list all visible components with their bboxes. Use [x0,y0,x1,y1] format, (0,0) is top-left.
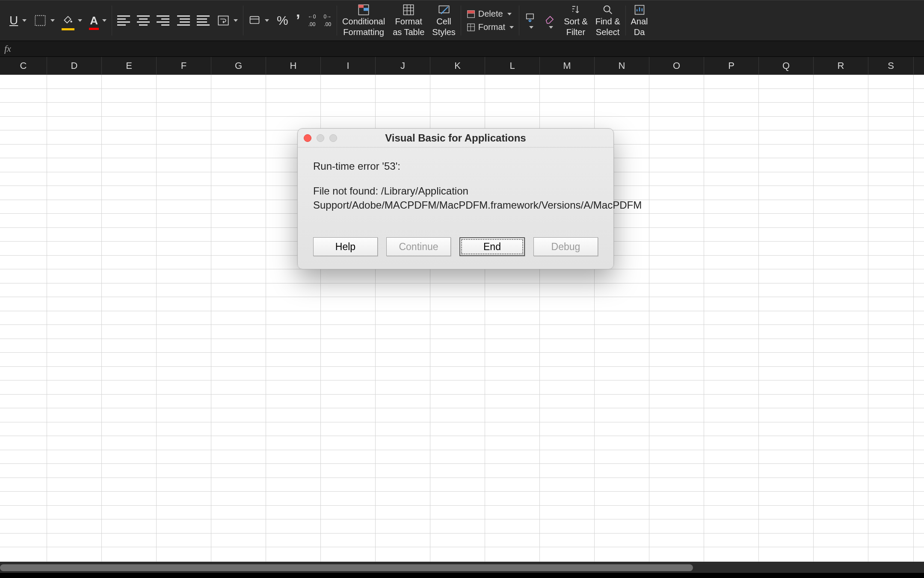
cell[interactable] [266,408,321,422]
borders-button[interactable] [34,15,55,27]
cell[interactable] [321,353,376,366]
cell[interactable] [814,506,868,519]
cell[interactable] [0,325,47,339]
cell[interactable] [704,130,759,144]
cell[interactable] [321,395,376,408]
cell[interactable] [0,89,47,103]
cell[interactable] [814,297,868,311]
cell[interactable] [266,547,321,561]
cell[interactable] [814,353,868,366]
increase-indent-button[interactable] [197,15,210,26]
cell[interactable] [157,200,211,214]
cell[interactable] [376,353,430,366]
increase-decimal-button[interactable]: ←0 .00 [308,14,316,27]
cell-styles-button[interactable]: Cell Styles [432,4,455,37]
cell[interactable] [649,367,704,380]
cell[interactable] [759,172,814,186]
cell[interactable] [814,200,868,214]
cell[interactable] [814,492,868,505]
cell[interactable] [868,534,914,547]
cell[interactable] [868,492,914,505]
cell[interactable] [47,158,102,172]
cell[interactable] [704,436,759,450]
cell[interactable] [0,395,47,408]
cell[interactable] [0,242,47,255]
cell[interactable] [376,534,430,547]
cell[interactable] [47,242,102,255]
cell[interactable] [157,242,211,255]
cell[interactable] [759,380,814,394]
cell[interactable] [649,75,704,88]
cell[interactable] [649,464,704,478]
dialog-titlebar[interactable]: Visual Basic for Applications [298,129,613,147]
cell[interactable] [157,325,211,339]
cell[interactable] [47,367,102,380]
cell[interactable] [211,436,266,450]
cell[interactable] [868,436,914,450]
cell[interactable] [649,269,704,283]
cell[interactable] [266,506,321,519]
comma-button[interactable]: ’ [296,12,300,29]
cell[interactable] [540,89,595,103]
cell[interactable] [485,75,540,88]
cell[interactable] [321,534,376,547]
cell[interactable] [47,214,102,227]
cell[interactable] [430,506,485,519]
cell[interactable] [211,422,266,436]
cell[interactable] [157,75,211,88]
cell[interactable] [157,130,211,144]
column-header-O[interactable]: O [649,57,704,74]
cell[interactable] [0,464,47,478]
cell[interactable] [704,117,759,130]
cell[interactable] [266,311,321,325]
cell[interactable] [266,436,321,450]
cell[interactable] [0,380,47,394]
cell[interactable] [102,200,157,214]
cell[interactable] [485,408,540,422]
cell[interactable] [868,422,914,436]
cell[interactable] [649,89,704,103]
cell[interactable] [430,395,485,408]
cell[interactable] [47,311,102,325]
cell[interactable] [211,242,266,255]
cell[interactable] [102,130,157,144]
cell[interactable] [211,269,266,283]
cell[interactable] [759,395,814,408]
cell[interactable] [704,367,759,380]
cell[interactable] [376,519,430,533]
cell[interactable] [376,325,430,339]
cell[interactable] [649,297,704,311]
cell[interactable] [759,478,814,492]
cell[interactable] [376,311,430,325]
cell[interactable] [485,325,540,339]
cell[interactable] [321,339,376,353]
cell[interactable] [704,144,759,158]
cell[interactable] [211,380,266,394]
cell[interactable] [814,339,868,353]
cell[interactable] [649,353,704,366]
column-header-R[interactable]: R [814,57,868,74]
cell[interactable] [211,367,266,380]
cell[interactable] [868,325,914,339]
cell[interactable] [595,464,649,478]
cell[interactable] [157,547,211,561]
cell[interactable] [485,283,540,297]
cell[interactable] [376,464,430,478]
cell[interactable] [430,339,485,353]
format-as-table-button[interactable]: Format as Table [393,4,424,37]
cell[interactable] [814,256,868,269]
cell[interactable] [376,436,430,450]
cell[interactable] [868,450,914,464]
cell[interactable] [0,519,47,533]
decrease-decimal-button[interactable]: 0→ .00 [323,14,332,27]
cell[interactable] [430,311,485,325]
cell[interactable] [649,186,704,200]
cell[interactable] [47,492,102,505]
cell[interactable] [0,506,47,519]
cell[interactable] [47,353,102,366]
cell[interactable] [102,353,157,366]
cell[interactable] [211,492,266,505]
cell[interactable] [704,283,759,297]
cell[interactable] [102,450,157,464]
cell[interactable] [649,506,704,519]
